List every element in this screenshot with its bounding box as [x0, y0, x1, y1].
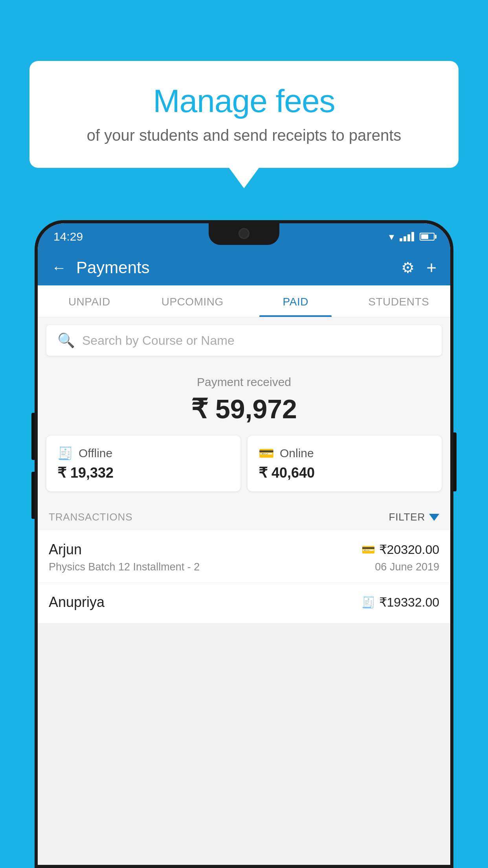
transaction-amount-wrapper: 💳 ₹20320.00	[361, 542, 439, 557]
card-payment-icon: 💳	[361, 543, 375, 556]
transaction-name: Anupriya	[49, 594, 105, 611]
online-card-header: 💳 Online	[259, 446, 431, 461]
offline-label: Offline	[79, 447, 112, 460]
table-row[interactable]: Anupriya 🧾 ₹19332.00	[38, 583, 450, 623]
payment-received-label: Payment received	[46, 375, 442, 389]
tabs-bar: UNPAID UPCOMING PAID STUDENTS	[38, 285, 450, 317]
notch	[209, 223, 279, 245]
speech-bubble-subtitle: of your students and send receipts to pa…	[53, 127, 435, 144]
app-header: ← Payments ⚙ +	[38, 250, 450, 285]
tab-unpaid[interactable]: UNPAID	[38, 285, 141, 317]
payment-total-amount: ₹ 59,972	[46, 394, 442, 425]
tab-upcoming[interactable]: UPCOMING	[141, 285, 244, 317]
signal-icon	[400, 232, 414, 241]
online-payment-icon: 💳	[259, 446, 274, 461]
wifi-icon: ▾	[389, 231, 394, 243]
transaction-name: Arjun	[49, 541, 82, 558]
battery-icon	[420, 233, 435, 241]
offline-amount: ₹ 19,332	[57, 465, 229, 481]
transaction-amount-wrapper: 🧾 ₹19332.00	[361, 595, 439, 610]
search-input[interactable]: Search by Course or Name	[82, 333, 235, 348]
settings-icon[interactable]: ⚙	[401, 259, 415, 276]
tab-students[interactable]: STUDENTS	[347, 285, 451, 317]
phone-screen: 14:29 ▾ ←	[38, 223, 450, 865]
offline-card: 🧾 Offline ₹ 19,332	[46, 436, 240, 491]
offline-card-header: 🧾 Offline	[57, 446, 229, 461]
transactions-header: TRANSACTIONS FILTER	[38, 502, 450, 530]
filter-label: FILTER	[389, 511, 425, 523]
payment-summary: Payment received ₹ 59,972	[38, 364, 450, 436]
tab-paid[interactable]: PAID	[244, 285, 347, 317]
header-title: Payments	[76, 258, 401, 277]
front-camera	[238, 228, 250, 239]
filter-icon	[429, 514, 439, 521]
transactions-list: Arjun 💳 ₹20320.00 Physics Batch 12 Insta…	[38, 530, 450, 623]
table-row[interactable]: Arjun 💳 ₹20320.00 Physics Batch 12 Insta…	[38, 530, 450, 583]
transaction-date: 06 June 2019	[375, 561, 439, 573]
payment-cards: 🧾 Offline ₹ 19,332 💳 Online ₹ 40,640	[38, 436, 450, 502]
speech-bubble: Manage fees of your students and send re…	[29, 61, 459, 168]
header-icons: ⚙ +	[401, 258, 437, 278]
battery-fill	[421, 234, 428, 239]
offline-icon: 🧾	[57, 446, 73, 461]
transaction-amount: ₹20320.00	[379, 542, 439, 557]
transaction-row-top: Arjun 💳 ₹20320.00	[49, 541, 439, 558]
cash-payment-icon: 🧾	[361, 596, 375, 609]
add-icon[interactable]: +	[426, 258, 437, 278]
transactions-label: TRANSACTIONS	[49, 511, 132, 523]
status-icons: ▾	[389, 231, 435, 243]
online-card: 💳 Online ₹ 40,640	[248, 436, 442, 491]
filter-button[interactable]: FILTER	[389, 511, 439, 523]
status-bar: 14:29 ▾	[38, 223, 450, 250]
online-label: Online	[280, 447, 314, 460]
transaction-row-top: Anupriya 🧾 ₹19332.00	[49, 594, 439, 611]
speech-bubble-container: Manage fees of your students and send re…	[29, 61, 459, 188]
search-bar[interactable]: 🔍 Search by Course or Name	[46, 325, 442, 356]
search-icon: 🔍	[57, 332, 75, 349]
transaction-row-bottom: Physics Batch 12 Installment - 2 06 June…	[49, 561, 439, 573]
speech-bubble-title: Manage fees	[53, 83, 435, 120]
phone-frame: 14:29 ▾ ←	[35, 220, 453, 868]
back-button[interactable]: ←	[51, 259, 66, 276]
transaction-amount: ₹19332.00	[379, 595, 439, 610]
online-amount: ₹ 40,640	[259, 465, 431, 481]
speech-bubble-tail	[229, 168, 259, 188]
status-time: 14:29	[53, 230, 83, 243]
search-container: 🔍 Search by Course or Name	[38, 317, 450, 364]
transaction-course: Physics Batch 12 Installment - 2	[49, 561, 200, 573]
